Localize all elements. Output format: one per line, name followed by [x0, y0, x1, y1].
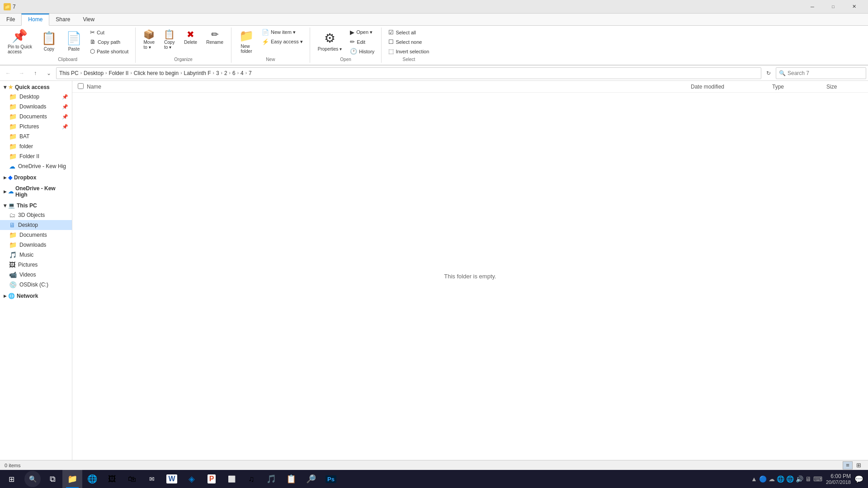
chrome-sys-icon[interactable]: 🌐	[777, 475, 784, 483]
tab-share[interactable]: Share	[49, 14, 76, 25]
back-button[interactable]: ←	[2, 67, 14, 80]
taskbar-powerpoint[interactable]: P	[202, 470, 222, 488]
taskbar-audio[interactable]: 🎵	[261, 470, 281, 488]
taskbar-task-view[interactable]: ⧉	[42, 470, 62, 488]
sidebar-item-music[interactable]: 🎵 Music	[0, 250, 72, 260]
taskbar-notes[interactable]: 📋	[281, 470, 301, 488]
rename-button[interactable]: ✏ Rename	[202, 28, 227, 47]
easy-access-button[interactable]: ⚡ Easy access ▾	[259, 37, 306, 47]
taskbar-word[interactable]: W	[162, 470, 182, 488]
copy-to-button[interactable]: 📋 Copyto ▾	[160, 28, 179, 52]
onedrive-header[interactable]: ▸ ☁ OneDrive - Kew High	[0, 184, 72, 199]
breadcrumb-6[interactable]: 6	[232, 70, 236, 76]
new-item-button[interactable]: 📄 New item ▾	[259, 28, 306, 37]
up-button[interactable]: ↑	[29, 67, 42, 80]
history-button[interactable]: 🕐 History	[347, 47, 377, 56]
sidebar-item-3d-objects[interactable]: 🗂 3D Objects	[0, 210, 72, 220]
refresh-button[interactable]: ↻	[762, 67, 775, 80]
sidebar-item-osdisk[interactable]: 💿 OSDisk (C:)	[0, 280, 72, 290]
network-sys-icon[interactable]: 🌐	[786, 475, 794, 483]
bluetooth-icon[interactable]: 🔵	[759, 475, 767, 483]
breadcrumb-7[interactable]: 7	[249, 70, 252, 76]
taskbar-mail[interactable]: ✉	[142, 470, 162, 488]
tab-file[interactable]: File	[0, 14, 21, 25]
select-all-button[interactable]: ☑ Select all	[385, 28, 432, 37]
sidebar-item-onedrive-quick[interactable]: ☁ OneDrive - Kew Hig	[0, 161, 72, 171]
new-folder-button[interactable]: 📁 Newfolder	[235, 28, 258, 55]
breadcrumb-folder-ii[interactable]: Folder II	[108, 70, 128, 76]
size-column-header[interactable]: Size	[826, 84, 863, 90]
keyboard-icon[interactable]: ⌨	[813, 475, 822, 483]
quick-access-header[interactable]: ▾ ★ Quick access	[0, 83, 72, 92]
maximize-button[interactable]: □	[823, 0, 844, 14]
sidebar-item-downloads-pc[interactable]: 📁 Downloads	[0, 240, 72, 250]
dropdown-arrow-button[interactable]: ⌄	[42, 67, 55, 80]
taskbar-vscode[interactable]: ◈	[182, 470, 202, 488]
sidebar-item-pictures[interactable]: 📁 Pictures 📌	[0, 122, 72, 131]
select-none-button[interactable]: ☐ Select none	[385, 37, 432, 47]
breadcrumb-this-pc[interactable]: This PC	[59, 70, 79, 76]
breadcrumb[interactable]: This PC › Desktop › Folder II › Click he…	[56, 67, 761, 79]
type-column-header[interactable]: Type	[772, 84, 826, 90]
breadcrumb-click-here[interactable]: Click here to begin	[134, 70, 179, 76]
sidebar-item-desktop[interactable]: 📁 Desktop 📌	[0, 92, 72, 102]
sidebar-item-documents[interactable]: 📁 Documents 📌	[0, 112, 72, 122]
sidebar-item-folder-ii[interactable]: 📁 Folder II	[0, 151, 72, 161]
paste-shortcut-button[interactable]: ⬡ Paste shortcut	[87, 47, 132, 56]
forward-button[interactable]: →	[15, 67, 28, 80]
dropbox-header[interactable]: ▸ ◆ Dropbox	[0, 173, 72, 182]
taskbar-photoshop[interactable]: Ps	[321, 470, 341, 488]
copy-button[interactable]: 📋 Copy	[37, 28, 61, 55]
search-box[interactable]: 🔍	[776, 67, 866, 79]
taskbar-photos[interactable]: 🖼	[102, 470, 122, 488]
display-icon[interactable]: 🖥	[805, 475, 811, 483]
large-icons-view-button[interactable]: ⊞	[854, 461, 863, 469]
taskbar-store[interactable]: 🛍	[122, 470, 142, 488]
tab-view[interactable]: View	[76, 14, 101, 25]
this-pc-header[interactable]: ▾ 💻 This PC	[0, 201, 72, 210]
properties-button[interactable]: ⚙ Properties ▾	[314, 28, 346, 55]
sidebar-item-documents-pc[interactable]: 📁 Documents	[0, 230, 72, 240]
tab-home[interactable]: Home	[21, 14, 49, 26]
taskbar-itunes[interactable]: ♫	[241, 470, 261, 488]
minimize-button[interactable]: ─	[802, 0, 823, 14]
edit-button[interactable]: ✏ Edit	[347, 37, 377, 47]
taskbar-search-button[interactable]: 🔍	[24, 471, 41, 487]
taskbar-chrome[interactable]: 🌐	[82, 470, 102, 488]
name-column-header[interactable]: Name	[87, 84, 691, 90]
volume-icon[interactable]: 🔊	[796, 475, 803, 483]
breadcrumb-labyrinth[interactable]: Labyrinth F	[184, 70, 211, 76]
sidebar-item-bat[interactable]: 📁 BAT	[0, 131, 72, 141]
cut-button[interactable]: ✂ Cut	[87, 28, 132, 37]
select-all-checkbox[interactable]	[78, 83, 84, 89]
onedrive-sys-icon[interactable]: ☁	[769, 475, 775, 483]
breadcrumb-4[interactable]: 4	[241, 70, 244, 76]
breadcrumb-3[interactable]: 3	[216, 70, 219, 76]
start-button[interactable]: ⊞	[0, 470, 23, 488]
pin-to-quick-access-button[interactable]: 📌 Pin to Quickaccess	[4, 28, 36, 55]
move-to-button[interactable]: 📦 Moveto ▾	[139, 28, 159, 52]
time-block[interactable]: 6:00 PM 20/07/2018	[826, 473, 851, 485]
invert-selection-button[interactable]: ⬚ Invert selection	[385, 47, 432, 56]
taskbar-file-explorer[interactable]: 📁	[62, 470, 82, 488]
sidebar-item-downloads[interactable]: 📁 Downloads 📌	[0, 102, 72, 112]
sidebar-item-pictures-pc[interactable]: 🖼 Pictures	[0, 260, 72, 270]
paste-button[interactable]: 📄 Paste	[62, 28, 86, 55]
network-header[interactable]: ▸ 🌐 Network	[0, 291, 72, 300]
action-center-icon[interactable]: 💬	[854, 475, 863, 483]
delete-button[interactable]: ✖ Delete	[180, 28, 201, 47]
notification-center-icon[interactable]: ▲	[751, 475, 757, 483]
sidebar-item-folder[interactable]: 📁 folder	[0, 141, 72, 151]
taskbar-touch[interactable]: ⬜	[222, 470, 241, 488]
breadcrumb-2[interactable]: 2	[224, 70, 227, 76]
taskbar-magnifier[interactable]: 🔎	[301, 470, 321, 488]
sidebar-item-desktop-pc[interactable]: 🖥 Desktop	[0, 220, 72, 230]
breadcrumb-desktop[interactable]: Desktop	[84, 70, 104, 76]
close-button[interactable]: ✕	[844, 0, 864, 14]
checkbox-header[interactable]	[78, 83, 87, 90]
search-input[interactable]	[788, 70, 863, 76]
copy-path-button[interactable]: 🗎 Copy path	[87, 37, 132, 47]
open-button[interactable]: ▶ Open ▾	[347, 28, 377, 37]
date-column-header[interactable]: Date modified	[691, 84, 772, 90]
details-view-button[interactable]: ≡	[843, 461, 853, 469]
